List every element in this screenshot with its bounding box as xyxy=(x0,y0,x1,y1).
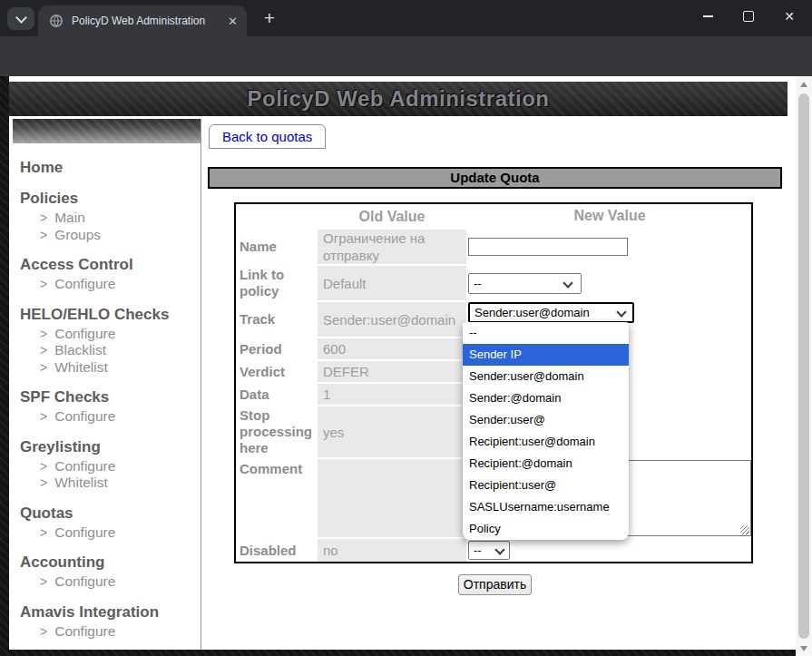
tab-close-icon[interactable]: ✕ xyxy=(228,15,238,28)
update-quota-table: Old Value New Value Name Ограничение на … xyxy=(234,202,753,563)
sidebar-item-accounting-configure[interactable]: >Configure xyxy=(20,573,201,591)
sidebar-item-label: Configure xyxy=(54,408,115,424)
sidebar-item-greylisting[interactable]: Greylisting xyxy=(20,438,201,456)
new-tab-button[interactable]: + xyxy=(258,6,281,30)
link-to-policy-select[interactable]: -- xyxy=(468,273,582,294)
sidebar-item-label: Whitelist xyxy=(54,359,108,375)
sidebar-item-access-control[interactable]: Access Control xyxy=(20,256,201,274)
sidebar-section-home: Home xyxy=(20,159,201,177)
sidebar-nav: Home Policies >Main >Groups Access Contr… xyxy=(13,143,201,640)
scrollbar-thumb[interactable] xyxy=(798,93,809,639)
chevron-right-icon: > xyxy=(40,277,47,291)
close-button[interactable]: ✕ xyxy=(774,0,805,33)
sidebar-item-access-configure[interactable]: >Configure xyxy=(20,276,201,293)
sidebar-item-policies-main[interactable]: >Main xyxy=(20,210,201,227)
sidebar-item-label: Blacklist xyxy=(54,342,106,357)
scroll-down-icon[interactable] xyxy=(796,641,812,656)
dropdown-option-highlighted[interactable]: Sender IP xyxy=(463,344,629,366)
sidebar-section-spf: SPF Checks >Configure xyxy=(20,388,201,426)
field-label-track: Track xyxy=(236,302,316,337)
name-input[interactable] xyxy=(468,238,628,256)
dropdown-option[interactable]: Recipient:user@domain xyxy=(463,431,629,453)
back-to-quotas-tab[interactable]: Back to quotas xyxy=(209,124,326,149)
chevron-down-icon xyxy=(15,12,27,24)
sidebar-item-spf-configure[interactable]: >Configure xyxy=(20,408,201,426)
page-content-panel: PolicyD Web Administration Home Policies… xyxy=(9,76,796,650)
sidebar-item-helo-configure[interactable]: >Configure xyxy=(20,326,201,343)
old-value-comment xyxy=(318,459,466,537)
table-row: Disabled no -- xyxy=(236,539,751,562)
old-value-track: Sender:user@domain xyxy=(318,302,466,337)
header-spacer xyxy=(236,204,316,228)
chevron-right-icon: > xyxy=(40,343,47,357)
submit-button[interactable]: Отправить xyxy=(458,574,532,595)
dropdown-option[interactable]: Policy xyxy=(463,518,629,540)
sidebar-item-grey-configure[interactable]: >Configure xyxy=(20,458,201,475)
chevron-down-icon xyxy=(563,278,572,288)
sidebar-item-quotas-configure[interactable]: >Configure xyxy=(20,524,201,542)
dropdown-option[interactable]: Sender:user@domain xyxy=(463,366,629,387)
sidebar-item-accounting[interactable]: Accounting xyxy=(20,553,201,572)
field-label-comment: Comment xyxy=(236,459,316,537)
active-tab[interactable]: PolicyD Web Administration ✕ xyxy=(38,5,247,36)
sidebar-item-label: Configure xyxy=(54,326,115,341)
sidebar-item-amavis-configure[interactable]: >Configure xyxy=(20,623,201,641)
sidebar-item-label: Whitelist xyxy=(54,475,108,490)
scroll-up-icon[interactable] xyxy=(796,76,812,92)
sidebar-item-helo-checks[interactable]: HELO/EHLO Checks xyxy=(20,306,201,324)
chevron-down-icon xyxy=(616,307,626,317)
browser-window: PolicyD Web Administration ✕ + ✕ ← → ⟳ ⚠… xyxy=(0,0,812,656)
table-row: Link to policy Default -- xyxy=(236,266,751,300)
resize-grip-icon[interactable] xyxy=(740,525,749,534)
tab-bar: PolicyD Web Administration ✕ + ✕ xyxy=(0,0,812,36)
browser-toolbar: ← → ⟳ ⚠ Не защищено 192.168.100.63:1080/… xyxy=(0,36,812,76)
sidebar-item-home[interactable]: Home xyxy=(20,159,201,177)
sidebar-item-policies-groups[interactable]: >Groups xyxy=(20,227,201,244)
sidebar-section-helo: HELO/EHLO Checks >Configure >Blacklist >… xyxy=(20,306,201,377)
sidebar-section-greylisting: Greylisting >Configure >Whitelist xyxy=(20,438,201,492)
sidebar-section-amavis: Amavis Integration >Configure xyxy=(20,603,201,641)
chevron-right-icon: > xyxy=(40,327,47,341)
track-select-dropdown: -- Sender IP Sender:user@domain Sender:@… xyxy=(463,322,629,540)
chevron-down-icon xyxy=(494,544,504,554)
chevron-right-icon: > xyxy=(40,525,47,540)
maximize-button[interactable] xyxy=(733,0,764,33)
field-label-data: Data xyxy=(236,384,316,405)
sidebar-item-grey-whitelist[interactable]: >Whitelist xyxy=(20,475,201,492)
sidebar-section-quotas: Quotas >Configure xyxy=(20,504,201,542)
new-value-link-cell: -- xyxy=(468,266,751,300)
chevron-right-icon: > xyxy=(40,624,47,639)
dropdown-option[interactable]: Sender:user@ xyxy=(463,409,629,431)
sidebar-item-label: Groups xyxy=(54,227,101,242)
sidebar-item-spf-checks[interactable]: SPF Checks xyxy=(20,388,201,406)
field-label-disabled: Disabled xyxy=(236,539,316,562)
minimize-button[interactable] xyxy=(692,0,723,33)
track-select[interactable]: Sender:user@domain xyxy=(468,302,634,323)
page-title: PolicyD Web Administration xyxy=(247,86,549,112)
dropdown-option[interactable]: Recipient:user@ xyxy=(463,475,629,496)
chevron-right-icon: > xyxy=(40,228,47,242)
sidebar-item-helo-blacklist[interactable]: >Blacklist xyxy=(20,342,201,359)
sidebar-item-helo-whitelist[interactable]: >Whitelist xyxy=(20,359,201,377)
sidebar-item-label: Configure xyxy=(54,573,115,589)
sidebar-item-amavis[interactable]: Amavis Integration xyxy=(20,603,201,622)
minimize-icon xyxy=(703,15,713,17)
new-value-name-cell xyxy=(468,230,751,264)
sidebar-item-policies[interactable]: Policies xyxy=(20,190,201,208)
sidebar: Home Policies >Main >Groups Access Contr… xyxy=(13,119,201,650)
dropdown-option[interactable]: Recipient:@domain xyxy=(463,453,629,475)
dropdown-option[interactable]: SASLUsername:username xyxy=(463,496,629,518)
chevron-right-icon: > xyxy=(40,574,47,589)
tab-search-button[interactable] xyxy=(7,7,34,30)
chevron-right-icon: > xyxy=(40,459,47,474)
old-value-link-to-policy: Default xyxy=(318,266,466,300)
old-value-name: Ограничение на отправку xyxy=(318,230,466,264)
sidebar-section-accounting: Accounting >Configure xyxy=(20,553,201,591)
sidebar-item-quotas[interactable]: Quotas xyxy=(20,504,201,523)
page-scrollbar[interactable] xyxy=(796,76,812,656)
page-banner: PolicyD Web Administration xyxy=(9,82,788,116)
disabled-select[interactable]: -- xyxy=(468,541,510,560)
dropdown-option[interactable]: Sender:@domain xyxy=(463,387,629,409)
dropdown-option[interactable]: -- xyxy=(463,322,629,344)
old-value-data: 1 xyxy=(318,384,466,405)
